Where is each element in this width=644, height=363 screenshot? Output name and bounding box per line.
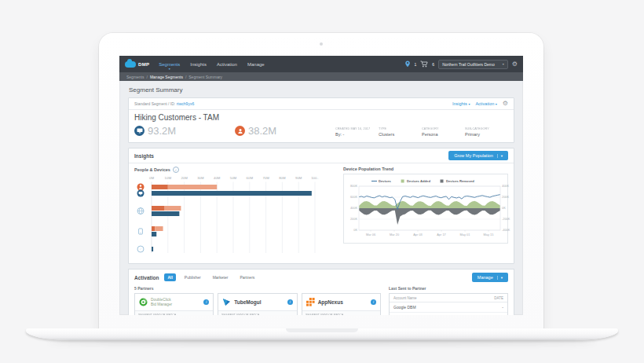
segment-meta-item: TYPEClusters (379, 126, 422, 137)
webcam-dot (320, 42, 323, 46)
segment-gear-icon[interactable]: ⚙ (503, 101, 508, 107)
pin-count: 1 (415, 62, 417, 67)
table-row[interactable]: Google DBM- (390, 302, 507, 313)
chevron-down-icon: ▾ (292, 314, 294, 316)
segment-name: Hiking Customers - TAM (129, 110, 514, 123)
activation-header: Activation AllPublisherMarketerPartners … (129, 270, 514, 285)
segment-vendor-match-dropdown[interactable]: SEGMENT VENDOR MATCH▾ (302, 310, 380, 315)
activation-card: Activation AllPublisherMarketerPartners … (128, 269, 514, 315)
svg-text:-200K: -200K (502, 217, 510, 221)
last-sent-title: Last Sent to Partner (389, 286, 508, 291)
chevron-down-icon: ▾ (503, 62, 504, 66)
appnexus-logo (306, 298, 315, 306)
segment-card-actions: Insights ▾ Activation ▾ ⚙ (452, 101, 508, 107)
partners-panel: 5 Partners DoubleClickBid ManageriSEGMEN… (134, 285, 381, 315)
svg-text:70M: 70M (262, 176, 269, 180)
segment-vendor-match-dropdown[interactable]: SEGMENT VENDOR MATCH▾ (218, 310, 296, 315)
chevron-down-icon: ▾ (497, 154, 503, 158)
page-content: Segment Summary Standard Segment / ID: r… (119, 81, 523, 315)
people-devices-panel: People & Devices i 0M10M20M30M40M50M60M7… (134, 167, 335, 259)
partner-name: DoubleClickBid Manager (151, 298, 172, 306)
cart-icon[interactable] (420, 60, 428, 68)
svg-text:60M: 60M (247, 176, 254, 180)
people-icon (235, 126, 245, 136)
device-trend-panel: Device Population Trend 800K400K600K200K… (343, 167, 508, 259)
partner-info-icon[interactable]: i (287, 299, 293, 305)
sent-date: - (502, 305, 503, 310)
insights-dropdown[interactable]: Insights ▾ (452, 101, 470, 106)
partner-card-tubemogul: TubeMoguliSEGMENT VENDOR MATCH▾ (218, 293, 297, 315)
meta-value: Clusters (379, 132, 422, 137)
segment-meta-item: SUB-CATEGORYPrimary (465, 126, 508, 137)
insights-title: Insights (134, 153, 154, 159)
chevron-down-icon: ▾ (375, 314, 377, 316)
last-sent-table: Account Name DATE Google DBM-TubeMogul-A… (389, 293, 508, 315)
svg-text:Devices Added: Devices Added (407, 179, 430, 183)
meta-label: CATEGORY (422, 127, 448, 130)
partner-cards: DoubleClickBid ManageriSEGMENT VENDOR MA… (134, 293, 381, 315)
segment-type-label: Standard Segment / ID: (134, 101, 175, 106)
meta-value: Primary (465, 132, 508, 137)
partner-info-icon[interactable]: i (203, 299, 209, 305)
svg-text:80M: 80M (279, 176, 286, 180)
svg-text:Devices: Devices (379, 179, 392, 183)
svg-text:20M: 20M (181, 176, 188, 180)
svg-text:800K: 800K (350, 184, 357, 188)
main-nav-tabs: SegmentsInsightsActivationManage (159, 62, 264, 67)
manage-button[interactable]: Manage▾ (472, 273, 508, 282)
grow-population-button[interactable]: Grow My Population▾ (448, 151, 508, 160)
activation-dropdown[interactable]: Activation ▾ (475, 101, 496, 106)
laptop-base (26, 328, 618, 340)
segment-id-link[interactable]: rtwch9yx6 (177, 101, 195, 106)
page: DMP SegmentsInsightsActivationManage 1 6… (0, 0, 644, 363)
svg-text:600K: 600K (350, 195, 357, 199)
info-icon[interactable]: i (173, 167, 179, 173)
partners-count: 5 Partners (134, 286, 381, 291)
svg-text:Devices Removed: Devices Removed (446, 179, 474, 183)
table-row[interactable]: TubeMogul- (390, 313, 507, 315)
breadcrumb-item[interactable]: Manage Segments (150, 75, 183, 79)
svg-text:0K: 0K (502, 206, 506, 210)
table-rows: Google DBM-TubeMogul-Appnexus-Criteo- (390, 302, 507, 315)
partner-card-main: DoubleClickBid Manageri (135, 294, 213, 310)
activation-tab-publisher[interactable]: Publisher (181, 273, 204, 281)
svg-text:200K: 200K (350, 217, 357, 221)
svg-text:50M: 50M (230, 176, 237, 180)
segment-vendor-match-dropdown[interactable]: SEGMENT VENDOR MATCH▾ (135, 310, 213, 315)
settings-gear-icon[interactable]: ⚙ (512, 61, 518, 68)
laptop-bezel: DMP SegmentsInsightsActivationManage 1 6… (99, 33, 543, 330)
nav-tab-segments[interactable]: Segments (159, 62, 180, 67)
svg-text:0M: 0M (149, 176, 154, 180)
breadcrumb-item[interactable]: Segment Summary (188, 75, 222, 79)
pin-icon[interactable] (404, 60, 411, 68)
activation-tab-partners[interactable]: Partners (236, 273, 258, 281)
partner-info-icon[interactable]: i (371, 299, 376, 305)
vendor-match-label: SEGMENT VENDOR MATCH (138, 314, 176, 315)
salesforce-dmp-logo: DMP (125, 61, 149, 68)
svg-text:200K: 200K (502, 195, 509, 199)
svg-text:90M: 90M (295, 176, 302, 180)
breadcrumb-item[interactable]: Segments (126, 75, 145, 79)
cart-count: 6 (432, 62, 434, 67)
org-selector[interactable]: Northern Trail Outfitters Demo ▾ (438, 60, 508, 69)
navbar-right: 1 6 Northern Trail Outfitters Demo ▾ ⚙ (404, 60, 518, 69)
svg-text:Apr 17: Apr 17 (437, 233, 445, 236)
svg-text:0K: 0K (353, 228, 357, 232)
meta-value: By: - (335, 132, 379, 137)
insights-card: Insights Grow My Population▾ People & De… (128, 148, 514, 264)
nav-tab-manage[interactable]: Manage (247, 62, 265, 67)
devices-count: 93.2M (148, 125, 176, 137)
nav-tab-insights[interactable]: Insights (190, 62, 207, 67)
partner-card-main: TubeMoguli (218, 294, 296, 310)
activation-tab-marketer[interactable]: Marketer (210, 273, 232, 281)
nav-tab-activation[interactable]: Activation (217, 62, 237, 67)
svg-text:30M: 30M (197, 176, 204, 180)
device-trend-box: 800K400K600K200K400K0K200K-200K0K-400KMa… (343, 174, 508, 244)
top-navbar: DMP SegmentsInsightsActivationManage 1 6… (119, 56, 523, 72)
device-trend-chart: 800K400K600K200K400K0K200K-200K0K-400KMa… (345, 176, 514, 239)
meta-label: CREATED MAY 16, 2017 (335, 127, 362, 130)
segment-meta-item: CREATED MAY 16, 2017By: - (335, 126, 379, 137)
activation-tab-all[interactable]: All (164, 273, 175, 281)
partner-card-main: AppNexusi (302, 294, 380, 310)
partner-card-doubleclick: DoubleClickBid ManageriSEGMENT VENDOR MA… (134, 293, 214, 315)
